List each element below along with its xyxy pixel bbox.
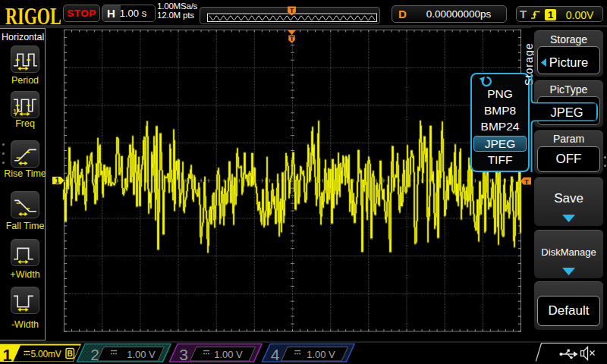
svg-text:1.00 V: 1.00 V [214, 349, 243, 360]
svg-text:B: B [68, 350, 73, 358]
svg-text:1.00 V: 1.00 V [127, 349, 156, 360]
svg-text:1: 1 [3, 347, 12, 364]
svg-text:1.00 V: 1.00 V [307, 349, 335, 360]
svg-text:3: 3 [179, 346, 188, 363]
svg-text:5.00mV: 5.00mV [31, 349, 61, 359]
svg-text:4: 4 [271, 346, 280, 363]
